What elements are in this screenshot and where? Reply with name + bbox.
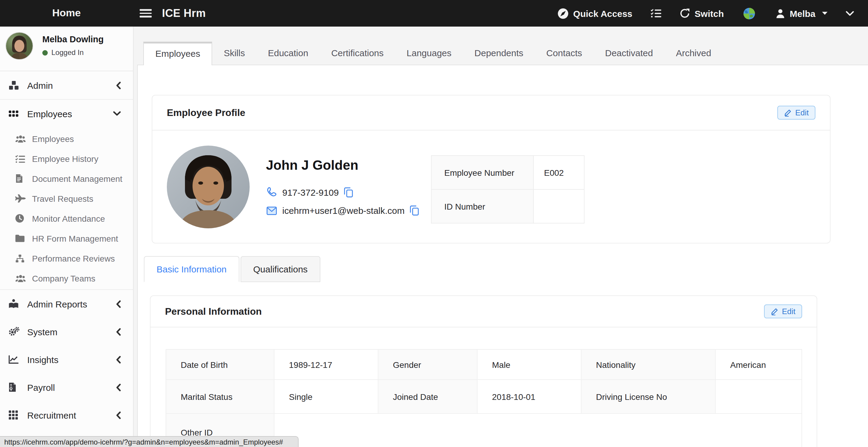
pencil-icon bbox=[770, 308, 778, 315]
tab-basic-information[interactable]: Basic Information bbox=[144, 256, 239, 282]
employee-id-table: Employee Number E002 ID Number bbox=[431, 155, 585, 224]
sidebar-item-performance-reviews[interactable]: Performance Reviews bbox=[0, 248, 133, 268]
switch-rotate-icon bbox=[679, 8, 690, 19]
phone-icon bbox=[267, 187, 277, 197]
personal-information-header: Personal Information Edit bbox=[151, 296, 817, 327]
copy-icon[interactable] bbox=[410, 205, 419, 216]
field-label: Marital Status bbox=[166, 380, 274, 414]
list-check-icon bbox=[15, 154, 28, 163]
field-value: Male bbox=[477, 350, 582, 380]
field-value bbox=[534, 190, 584, 223]
employee-name: John J Golden bbox=[266, 158, 359, 173]
app-title: ICE Hrm bbox=[162, 7, 206, 20]
pencil-icon bbox=[784, 109, 792, 117]
chevron-left-icon bbox=[116, 328, 121, 336]
field-value: Single bbox=[274, 380, 378, 414]
logged-in-dot bbox=[42, 50, 48, 55]
sidebar-group-admin[interactable]: Admin bbox=[0, 71, 133, 100]
employee-phone-row: 917-372-9109 bbox=[267, 187, 353, 197]
tab-deactivated[interactable]: Deactivated bbox=[594, 42, 664, 65]
table-row: Employee Number E002 bbox=[432, 156, 584, 189]
edit-personal-information-button[interactable]: Edit bbox=[764, 305, 802, 318]
field-label: Employee Number bbox=[432, 156, 534, 189]
plane-icon bbox=[15, 194, 28, 203]
sidebar-group-system[interactable]: System bbox=[0, 318, 133, 346]
field-label: Date of Birth bbox=[166, 350, 274, 380]
tab-employees[interactable]: Employees bbox=[143, 42, 212, 65]
chevron-left-icon bbox=[116, 300, 121, 308]
content-panel: Employee Profile Edit bbox=[137, 65, 868, 447]
quick-access-button[interactable]: Quick Access bbox=[558, 7, 632, 19]
sidebar-item-company-teams[interactable]: Company Teams bbox=[0, 268, 133, 288]
sidebar-group-admin-reports[interactable]: Admin Reports bbox=[0, 290, 133, 318]
sidebar-user-profile: Melba Dowling Logged In bbox=[0, 27, 133, 71]
employee-email-row: icehrm+user1@web-stalk.com bbox=[267, 205, 419, 216]
copy-icon[interactable] bbox=[344, 187, 353, 197]
employee-profile-body: John J Golden 917-372-9109 bbox=[152, 130, 830, 243]
hamburger-menu-icon[interactable] bbox=[140, 9, 152, 18]
module-tabs: Employees Skills Education Certification… bbox=[143, 42, 723, 65]
topbar-collapse-button[interactable] bbox=[846, 10, 854, 16]
chevron-down-icon bbox=[846, 10, 854, 16]
sidebar-item-hr-form-management[interactable]: HR Form Management bbox=[0, 228, 133, 248]
sidebar-group-insights[interactable]: Insights bbox=[0, 346, 133, 373]
sidebar-nav: Admin Employees Emplo bbox=[0, 71, 133, 447]
caret-down-icon bbox=[822, 11, 828, 15]
sidebar-item-travel-requests[interactable]: Travel Requests bbox=[0, 188, 133, 209]
detail-tabs: Basic Information Qualifications bbox=[144, 256, 320, 282]
topbar-actions: Quick Access Switch bbox=[558, 7, 854, 20]
app-window: Home ICE Hrm Quick Access Switch bbox=[0, 0, 868, 447]
chevron-left-icon bbox=[116, 383, 121, 391]
main-content: Employees Skills Education Certification… bbox=[133, 27, 868, 447]
user-menu[interactable]: Melba bbox=[776, 8, 828, 19]
book-reader-icon bbox=[8, 299, 22, 309]
field-value: American bbox=[716, 350, 802, 380]
chevron-left-icon bbox=[116, 81, 121, 89]
employee-email[interactable]: icehrm+user1@web-stalk.com bbox=[282, 205, 405, 216]
personal-information-card: Personal Information Edit Date of Birth … bbox=[150, 295, 817, 447]
th-grid-icon bbox=[8, 410, 22, 420]
tab-qualifications[interactable]: Qualifications bbox=[241, 256, 320, 282]
sidebar-group-payroll[interactable]: Payroll bbox=[0, 373, 133, 401]
edit-profile-button[interactable]: Edit bbox=[777, 106, 815, 120]
field-label: Joined Date bbox=[378, 380, 477, 414]
employee-profile-card: Employee Profile Edit bbox=[152, 95, 831, 244]
folder-icon bbox=[15, 234, 28, 242]
field-label: Gender bbox=[378, 350, 477, 380]
employee-photo bbox=[167, 146, 250, 228]
field-value: 1989-12-17 bbox=[274, 350, 378, 380]
tasks-button[interactable] bbox=[650, 8, 661, 18]
field-value bbox=[274, 414, 802, 447]
field-label: Nationality bbox=[582, 350, 716, 380]
tab-education[interactable]: Education bbox=[256, 42, 319, 65]
switch-button[interactable]: Switch bbox=[679, 8, 724, 19]
tab-certifications[interactable]: Certifications bbox=[320, 42, 395, 65]
tab-archived[interactable]: Archived bbox=[664, 42, 723, 65]
gears-icon bbox=[8, 327, 22, 337]
users-icon bbox=[15, 134, 28, 143]
chart-line-icon bbox=[8, 355, 22, 364]
table-row: ID Number bbox=[432, 189, 584, 223]
topbar: Home ICE Hrm Quick Access Switch bbox=[0, 0, 868, 27]
sidebar-group-recruitment[interactable]: Recruitment bbox=[0, 401, 133, 429]
sidebar-item-document-management[interactable]: Document Management bbox=[0, 168, 133, 188]
home-menu-item[interactable]: Home bbox=[0, 7, 133, 19]
tab-skills[interactable]: Skills bbox=[212, 42, 256, 65]
employee-profile-header: Employee Profile Edit bbox=[152, 95, 830, 130]
sidebar-user-name: Melba Dowling bbox=[42, 34, 104, 44]
employee-phone[interactable]: 917-372-9109 bbox=[282, 187, 339, 197]
tab-languages[interactable]: Languages bbox=[395, 42, 463, 65]
users-icon bbox=[15, 274, 28, 282]
sidebar-item-employee-history[interactable]: Employee History bbox=[0, 149, 133, 168]
language-globe-button[interactable] bbox=[743, 7, 756, 20]
sidebar-item-monitor-attendance[interactable]: Monitor Attendance bbox=[0, 209, 133, 228]
sidebar-group-employees[interactable]: Employees bbox=[0, 100, 133, 127]
user-avatar[interactable] bbox=[5, 32, 33, 60]
sidebar: Melba Dowling Logged In Admin Emp bbox=[0, 27, 133, 447]
tab-dependents[interactable]: Dependents bbox=[463, 42, 535, 65]
browser-status-bar: https://icehrm.com/app/demo-icehrm/?g=ad… bbox=[0, 436, 299, 447]
field-value: 2018-10-01 bbox=[477, 380, 582, 414]
tab-contacts[interactable]: Contacts bbox=[535, 42, 594, 65]
org-chart-icon bbox=[15, 254, 28, 262]
sidebar-item-employees[interactable]: Employees bbox=[0, 129, 133, 149]
